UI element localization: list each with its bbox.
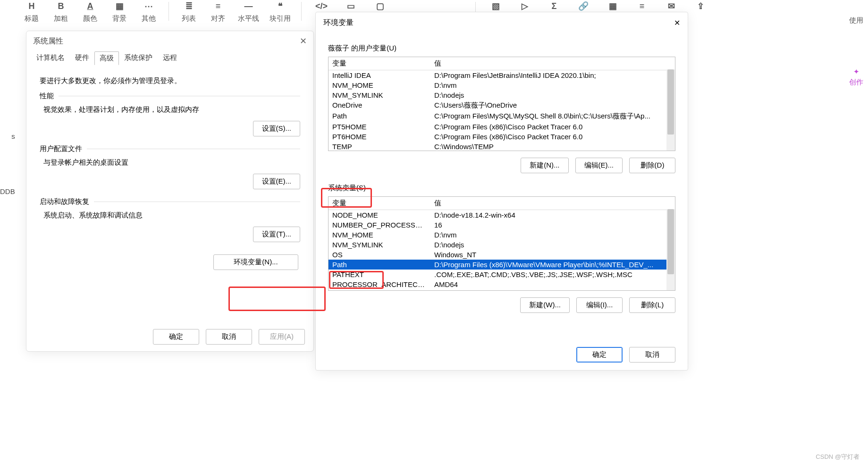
col-value[interactable]: 值 bbox=[430, 197, 675, 210]
table-row[interactable]: NVM_SYMLINKD:\nodejs bbox=[329, 90, 675, 100]
table-row[interactable]: PathD:\Program Files (x86)\VMware\VMware… bbox=[329, 260, 675, 270]
table-row[interactable]: IntelliJ IDEAD:\Program Files\JetBrains\… bbox=[329, 70, 675, 80]
cell-var: NVM_HOME bbox=[329, 80, 430, 90]
tab-system-protection[interactable]: 系统保护 bbox=[119, 51, 158, 65]
more-icon: ⋯ bbox=[143, 0, 155, 12]
table-row[interactable]: OneDriveC:\Users\薇薇子\OneDrive bbox=[329, 100, 675, 111]
cancel-button[interactable]: 取消 bbox=[206, 329, 252, 345]
bold-icon: B bbox=[55, 0, 67, 12]
close-button[interactable]: ✕ bbox=[300, 36, 307, 46]
table-row[interactable]: NVM_SYMLINKD:\nodejs bbox=[329, 240, 675, 250]
environment-variables-dialog: 环境变量 ✕ 薇薇子 的用户变量(U) 变量 值 IntelliJ IDEAD:… bbox=[315, 12, 688, 371]
cell-val: D:\nvm bbox=[430, 230, 675, 240]
toolbar-vote[interactable]: ✉ bbox=[662, 0, 681, 12]
tabs: 计算机名 硬件 高级 系统保护 远程 bbox=[26, 51, 313, 65]
toolbar-toc[interactable]: ≡ bbox=[632, 0, 651, 12]
tab-remote[interactable]: 远程 bbox=[158, 51, 182, 65]
toolbar-video[interactable]: ▷ bbox=[515, 0, 534, 12]
ok-button[interactable]: 确定 bbox=[153, 329, 199, 345]
system-properties-dialog: 系统属性 ✕ 计算机名 硬件 高级 系统保护 远程 要进行大多数更改，你必须作为… bbox=[26, 31, 314, 352]
user-vars-list[interactable]: 变量 值 IntelliJ IDEAD:\Program Files\JetBr… bbox=[328, 57, 675, 151]
group-title: 用户配置文件 bbox=[40, 144, 87, 153]
code-icon: </> bbox=[315, 0, 328, 12]
close-button[interactable]: ✕ bbox=[674, 18, 680, 27]
cell-var: Path bbox=[329, 260, 430, 270]
table-row[interactable]: PathC:\Program Files\MySQL\MySQL Shell 8… bbox=[329, 111, 675, 122]
table-row[interactable]: TEMPC:\Windows\TEMP bbox=[329, 142, 675, 150]
startup-settings-button[interactable]: 设置(T)... bbox=[253, 227, 300, 242]
group-desc: 与登录帐户相关的桌面设置 bbox=[43, 158, 300, 167]
cell-val: C:\Windows\TEMP bbox=[430, 142, 675, 150]
admin-note: 要进行大多数更改，你必须作为管理员登录。 bbox=[40, 76, 300, 85]
dialog-title: 环境变量 bbox=[323, 18, 354, 28]
sys-new-button[interactable]: 新建(W)... bbox=[520, 297, 570, 313]
toolbar-pic[interactable]: ▧ bbox=[486, 0, 505, 12]
col-value[interactable]: 值 bbox=[430, 57, 675, 70]
user-profiles-settings-button[interactable]: 设置(E)... bbox=[253, 174, 301, 189]
quote-icon: ❝ bbox=[274, 0, 287, 12]
environment-variables-button[interactable]: 环境变量(N)... bbox=[213, 254, 298, 270]
toolbar-heading[interactable]: H标题 bbox=[22, 0, 41, 23]
toolbar-color[interactable]: A颜色 bbox=[81, 0, 100, 23]
tab-advanced[interactable]: 高级 bbox=[94, 51, 119, 65]
table-row[interactable]: NODE_HOMED:\node-v18.14.2-win-x64 bbox=[329, 210, 675, 220]
cell-val: D:\node-v18.14.2-win-x64 bbox=[430, 210, 675, 220]
cell-val: Windows_NT bbox=[430, 250, 675, 260]
toolbar-other[interactable]: ⋯其他 bbox=[139, 0, 158, 23]
user-profiles-group: 用户配置文件 与登录帐户相关的桌面设置 设置(E)... bbox=[40, 149, 300, 197]
toolbar-blockquote[interactable]: ❝块引用 bbox=[270, 0, 291, 23]
tab-hardware[interactable]: 硬件 bbox=[70, 51, 94, 65]
group-desc: 系统启动、系统故障和调试信息 bbox=[43, 211, 300, 220]
cell-val: D:\Program Files\JetBrains\IntelliJ IDEA… bbox=[430, 70, 675, 80]
toolbar-export[interactable]: ⇪ bbox=[691, 0, 710, 12]
col-variable[interactable]: 变量 bbox=[329, 197, 430, 210]
user-new-button[interactable]: 新建(N)... bbox=[521, 158, 568, 173]
toolbar-image[interactable]: ▭ bbox=[341, 0, 360, 12]
table-row[interactable]: PT5HOMEC:\Program Files (x86)\Cisco Pack… bbox=[329, 122, 675, 132]
tab-computer-name[interactable]: 计算机名 bbox=[31, 51, 70, 65]
table-row[interactable]: PT6HOMEC:\Program Files (x86)\Cisco Pack… bbox=[329, 132, 675, 142]
system-vars-list[interactable]: 变量 值 NODE_HOMED:\node-v18.14.2-win-x64NU… bbox=[328, 196, 675, 291]
table-row[interactable]: PATHEXT.COM;.EXE;.BAT;.CMD;.VBS;.VBE;.JS… bbox=[329, 270, 675, 279]
toc-icon: ≡ bbox=[636, 0, 648, 12]
group-title: 性能 bbox=[40, 92, 59, 101]
apply-button[interactable]: 应用(A) bbox=[259, 329, 305, 345]
table-row[interactable]: NVM_HOMED:\nvm bbox=[329, 230, 675, 240]
list-icon: ≣ bbox=[183, 0, 195, 12]
scrollbar[interactable] bbox=[666, 69, 675, 151]
cell-val: C:\Program Files (x86)\Cisco Packet Trac… bbox=[430, 132, 675, 142]
sparkle-icon: ✦ bbox=[853, 67, 860, 76]
scrollbar[interactable] bbox=[666, 209, 675, 290]
toolbar-hr[interactable]: —水平线 bbox=[238, 0, 259, 23]
grid-icon: ▦ bbox=[607, 0, 619, 12]
toolbar-list[interactable]: ≣列表 bbox=[179, 0, 198, 23]
toolbar-bold[interactable]: B加粗 bbox=[51, 0, 70, 23]
table-row[interactable]: OSWindows_NT bbox=[329, 250, 675, 260]
cell-var: PT6HOME bbox=[329, 132, 430, 142]
sys-delete-button[interactable]: 删除(L) bbox=[629, 297, 675, 313]
cancel-button[interactable]: 取消 bbox=[629, 347, 675, 363]
table-row[interactable]: PROCESSOR_ARCHITECTUREAMD64 bbox=[329, 279, 675, 289]
toolbar-background[interactable]: ▦背景 bbox=[110, 0, 129, 23]
toolbar-link[interactable]: 🔗 bbox=[574, 0, 593, 12]
left-panel-fragment: s DDB bbox=[0, 132, 16, 243]
toolbar-formula[interactable]: Σ bbox=[545, 0, 564, 12]
ok-button[interactable]: 确定 bbox=[576, 347, 623, 363]
user-edit-button[interactable]: 编辑(E)... bbox=[575, 158, 623, 173]
vote-icon: ✉ bbox=[665, 0, 677, 12]
sys-edit-button[interactable]: 编辑(I)... bbox=[576, 297, 623, 313]
cell-var: PATHEXT bbox=[329, 270, 430, 279]
toolbar-align[interactable]: ≡对齐 bbox=[209, 0, 228, 23]
table-row[interactable]: NVM_HOMED:\nvm bbox=[329, 80, 675, 90]
toolbar-grid[interactable]: ▦ bbox=[603, 0, 622, 12]
performance-settings-button[interactable]: 设置(S)... bbox=[253, 121, 301, 136]
hr-icon: — bbox=[243, 0, 255, 12]
toolbar-code[interactable]: </> bbox=[312, 0, 331, 12]
table-row[interactable]: NUMBER_OF_PROCESSORS16 bbox=[329, 220, 675, 230]
cell-val: C:\Program Files\MySQL\MySQL Shell 8.0\b… bbox=[430, 111, 675, 122]
video-icon: ▷ bbox=[519, 0, 531, 12]
toolbar-table[interactable]: ▢ bbox=[371, 0, 389, 12]
user-delete-button[interactable]: 删除(D) bbox=[629, 158, 675, 173]
col-variable[interactable]: 变量 bbox=[329, 57, 430, 70]
dialog-title: 系统属性 bbox=[33, 36, 63, 46]
